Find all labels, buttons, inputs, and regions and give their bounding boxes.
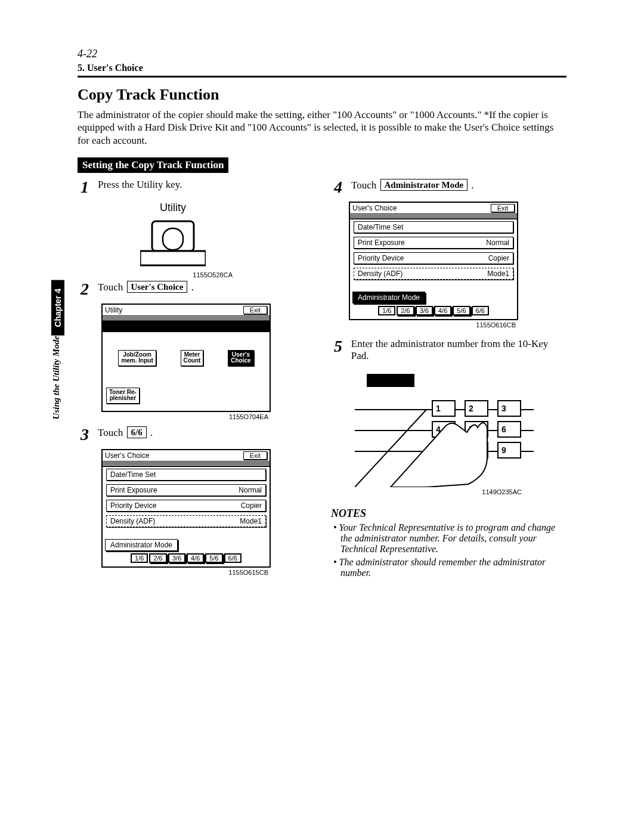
- users-choice-screen-step4: User's Choice Exit Date/Time Set Print E…: [349, 202, 518, 320]
- page-tab-3[interactable]: 3/6: [168, 553, 185, 563]
- jobzoom-button[interactable]: Job/Zoom mem. Input: [118, 350, 156, 366]
- page-tab-6[interactable]: 6/6: [224, 553, 242, 563]
- section-label: 5. User's Choice: [78, 63, 566, 73]
- svg-text:2: 2: [469, 404, 473, 413]
- page-tab-1[interactable]: 1/6: [378, 306, 395, 315]
- step-4-number: 4: [331, 179, 345, 196]
- keypad-figure: 1 2 3 4 5 6 7 8: [355, 368, 566, 487]
- exit-button[interactable]: Exit: [491, 204, 515, 212]
- fig-id-utility-screen: 1155O704EA: [78, 413, 268, 420]
- six-six-button-ref: 6/6: [127, 426, 147, 438]
- print-exposure-row[interactable]: Print ExposureNormal: [354, 237, 513, 249]
- step-4: 4 Touch Administrator Mode .: [331, 179, 566, 196]
- priority-device-row[interactable]: Priority DeviceCopier: [106, 500, 266, 512]
- utility-label: Utility: [113, 202, 233, 214]
- page-tabs: 1/6 2/6 3/6 4/6 5/6 6/6: [352, 306, 515, 317]
- users-choice-button-ref: User's Choice: [127, 281, 188, 293]
- users-choice-button[interactable]: User's Choice: [228, 350, 253, 366]
- svg-text:6: 6: [501, 425, 506, 434]
- note-1: Your Technical Representative is to prog…: [331, 522, 566, 555]
- page-tab-5[interactable]: 5/6: [453, 306, 470, 315]
- step-5-number: 5: [331, 338, 345, 355]
- metercount-button[interactable]: Meter Count: [181, 350, 204, 366]
- page-tab-2[interactable]: 2/6: [149, 553, 166, 563]
- users-choice-title: User's Choice: [352, 204, 397, 212]
- administrator-mode-button[interactable]: Administrator Mode: [105, 539, 178, 551]
- fig-id-users-choice-step3: 1155O615CB: [78, 569, 268, 576]
- date-time-row[interactable]: Date/Time Set: [354, 221, 513, 233]
- step-2: 2 Touch User's Choice .: [78, 281, 313, 298]
- notes-list: Your Technical Representative is to prog…: [331, 522, 566, 578]
- utility-key-icon: [140, 216, 206, 270]
- note-2: The administrator should remember the ad…: [331, 557, 566, 578]
- print-exposure-row[interactable]: Print ExposureNormal: [106, 484, 266, 496]
- step-5-text: Enter the administrator number from the …: [351, 338, 566, 362]
- fig-id-users-choice-step4: 1155O616CB: [331, 321, 516, 329]
- utility-screen-title: Utility: [105, 306, 122, 314]
- subheading-bar: Setting the Copy Track Function: [78, 157, 228, 173]
- page-number: 4-22: [78, 48, 566, 60]
- svg-text:3: 3: [501, 404, 506, 413]
- page-tab-1[interactable]: 1/6: [131, 553, 148, 563]
- step-1-number: 1: [78, 179, 92, 196]
- page-tab-4[interactable]: 4/6: [434, 306, 451, 315]
- notes-heading: NOTES: [331, 507, 566, 520]
- svg-rect-1: [163, 228, 183, 250]
- header-rule: [78, 76, 566, 78]
- exit-button[interactable]: Exit: [243, 451, 267, 460]
- priority-device-row[interactable]: Priority DeviceCopier: [354, 252, 513, 264]
- page-tab-5[interactable]: 5/6: [205, 553, 222, 563]
- page-tab-6[interactable]: 6/6: [472, 306, 489, 315]
- page-tab-2[interactable]: 2/6: [397, 306, 414, 315]
- svg-rect-2: [140, 251, 206, 265]
- mode-tab: Using the Utility Mode: [51, 336, 61, 425]
- fig-id-keypad: 1149O235AC: [331, 488, 522, 496]
- step-2-suffix: .: [188, 281, 194, 293]
- step-3-suffix: .: [148, 427, 153, 438]
- step-2-prefix: Touch: [98, 281, 126, 293]
- svg-text:1: 1: [436, 404, 441, 413]
- date-time-row[interactable]: Date/Time Set: [106, 469, 266, 481]
- step-1: 1 Press the Utility key.: [78, 179, 313, 196]
- page-tabs: 1/6 2/6 3/6 4/6 5/6 6/6: [105, 553, 267, 565]
- step-4-prefix: Touch: [351, 179, 379, 191]
- step-1-text: Press the Utility key.: [98, 179, 182, 191]
- step-3-prefix: Touch: [98, 427, 126, 438]
- step-3-number: 3: [78, 426, 92, 443]
- users-choice-screen-step3: User's Choice Exit Date/Time Set Print E…: [101, 449, 271, 568]
- svg-rect-3: [367, 374, 414, 387]
- step-4-suffix: .: [469, 179, 474, 191]
- page-tab-3[interactable]: 3/6: [416, 306, 433, 315]
- toner-replenisher-button[interactable]: Toner Re- plenisher: [106, 388, 140, 404]
- step-3: 3 Touch 6/6 .: [78, 426, 313, 443]
- svg-text:9: 9: [501, 445, 506, 455]
- step-2-number: 2: [78, 281, 92, 298]
- page-title: Copy Track Function: [78, 86, 566, 104]
- fig-id-utility-key: 1155O528CA: [113, 271, 233, 278]
- utility-screen-figure: Utility Exit Job/Zoom mem. Input Meter C…: [101, 304, 271, 412]
- density-adf-row[interactable]: Density (ADF)Mode1: [106, 515, 266, 527]
- chapter-tab: Chapter 4: [51, 280, 64, 336]
- intro-text: The administrator of the copier should m…: [78, 109, 566, 147]
- users-choice-title: User's Choice: [105, 451, 149, 460]
- step-5: 5 Enter the administrator number from th…: [331, 338, 566, 362]
- page-tab-4[interactable]: 4/6: [187, 553, 204, 563]
- side-tab: Chapter 4 Using the Utility Mode: [51, 280, 64, 425]
- exit-button[interactable]: Exit: [243, 306, 267, 314]
- density-adf-row[interactable]: Density (ADF)Mode1: [354, 268, 513, 280]
- utility-key-figure: Utility 1155O528CA: [113, 202, 233, 278]
- admin-mode-button-ref: Administrator Mode: [380, 179, 468, 191]
- administrator-mode-button-selected[interactable]: Administrator Mode: [352, 292, 425, 304]
